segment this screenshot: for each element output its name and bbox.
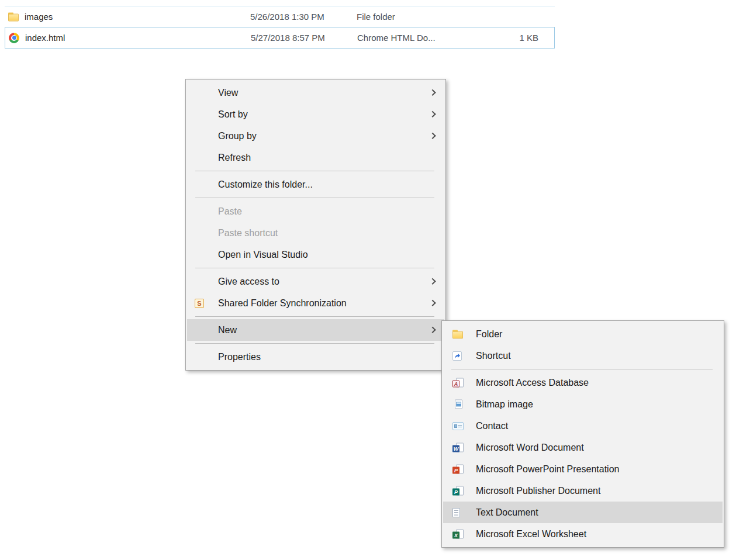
menu-item-label: Paste shortcut: [187, 222, 444, 244]
menu-item-paste-shortcut[interactable]: Paste shortcut: [187, 222, 444, 244]
menu-item-label: Refresh: [187, 147, 444, 168]
menu-separator: [195, 171, 434, 171]
menu-item-microsoft-access-database[interactable]: Microsoft Access Database: [443, 372, 723, 393]
menu-item-microsoft-publisher-document[interactable]: Microsoft Publisher Document: [443, 480, 723, 502]
menu-item-text-document[interactable]: Text Document: [443, 502, 723, 523]
menu-item-label: Bitmap image: [443, 393, 723, 415]
menu-item-label: Open in Visual Studio: [187, 244, 444, 265]
menu-item-label: Contact: [443, 415, 723, 437]
file-date-modified: 5/26/2018 1:30 PM: [250, 6, 324, 27]
chrome-icon: [9, 33, 19, 43]
menu-item-label: Properties: [187, 346, 444, 368]
menu-separator: [195, 198, 434, 198]
menu-item-properties[interactable]: Properties: [187, 346, 444, 368]
menu-item-label: Text Document: [443, 502, 723, 523]
menu-item-label: Give access to: [187, 271, 444, 292]
menu-item-shortcut[interactable]: Shortcut: [443, 345, 723, 367]
file-row-images[interactable]: images5/26/2018 1:30 PMFile folder: [5, 6, 555, 27]
bitmap-icon: [452, 399, 464, 409]
menu-item-label: Paste: [187, 201, 444, 222]
menu-item-paste[interactable]: Paste: [187, 201, 444, 222]
folder-icon: [8, 12, 19, 22]
menu-separator: [195, 343, 434, 344]
menu-item-label: Microsoft Word Document: [443, 437, 723, 458]
excel-icon: [452, 529, 464, 539]
file-size: 1 KB: [421, 27, 538, 48]
file-date-modified: 5/27/2018 8:57 PM: [251, 27, 325, 48]
file-name: index.html: [25, 27, 65, 48]
access-icon: [452, 378, 464, 388]
shared-folder-sync-icon: [195, 299, 204, 308]
menu-item-label: New: [187, 319, 444, 341]
menu-item-contact[interactable]: Contact: [443, 415, 723, 437]
menu-item-label: Folder: [443, 323, 723, 345]
menu-item-group-by[interactable]: Group by: [187, 125, 444, 147]
menu-item-label: View: [187, 82, 444, 103]
menu-separator: [195, 316, 434, 317]
menu-item-label: Microsoft PowerPoint Presentation: [443, 458, 723, 480]
folder-icon: [452, 329, 464, 339]
menu-separator: [451, 369, 713, 369]
context-menu: ViewSort byGroup byRefreshCustomize this…: [185, 79, 446, 371]
menu-item-new[interactable]: New: [187, 319, 444, 341]
powerpoint-icon: [452, 464, 464, 474]
menu-item-label: Sort by: [187, 103, 444, 125]
menu-item-label: Shortcut: [443, 345, 723, 367]
contact-icon: [452, 422, 464, 430]
menu-item-microsoft-word-document[interactable]: Microsoft Word Document: [443, 437, 723, 458]
menu-separator: [195, 268, 434, 268]
menu-item-give-access-to[interactable]: Give access to: [187, 271, 444, 292]
explorer-canvas: images5/26/2018 1:30 PMFile folderindex.…: [0, 0, 736, 560]
menu-item-refresh[interactable]: Refresh: [187, 147, 444, 168]
menu-item-open-in-visual-studio[interactable]: Open in Visual Studio: [187, 244, 444, 265]
menu-item-label: Group by: [187, 125, 444, 147]
shortcut-icon: [452, 351, 462, 361]
menu-item-bitmap-image[interactable]: Bitmap image: [443, 393, 723, 415]
menu-item-folder[interactable]: Folder: [443, 323, 723, 345]
file-row-index-html[interactable]: index.html5/27/2018 8:57 PMChrome HTML D…: [5, 27, 555, 49]
menu-item-microsoft-powerpoint-presentation[interactable]: Microsoft PowerPoint Presentation: [443, 458, 723, 480]
menu-item-customize-this-folder[interactable]: Customize this folder...: [187, 174, 444, 195]
file-list: images5/26/2018 1:30 PMFile folderindex.…: [5, 6, 555, 49]
menu-item-shared-folder-synchronization[interactable]: Shared Folder Synchronization: [187, 292, 444, 314]
menu-item-label: Microsoft Publisher Document: [443, 480, 723, 502]
publisher-icon: [452, 486, 464, 496]
text-document-icon: [452, 508, 460, 517]
menu-item-label: Customize this folder...: [187, 174, 444, 195]
file-name: images: [25, 6, 53, 27]
word-icon: [452, 443, 464, 452]
menu-item-label: Shared Folder Synchronization: [187, 292, 444, 314]
menu-item-microsoft-excel-worksheet[interactable]: Microsoft Excel Worksheet: [443, 523, 723, 545]
menu-item-sort-by[interactable]: Sort by: [187, 103, 444, 125]
menu-item-label: Microsoft Excel Worksheet: [443, 523, 723, 545]
menu-item-view[interactable]: View: [187, 82, 444, 103]
file-type: File folder: [357, 6, 395, 27]
menu-item-label: Microsoft Access Database: [443, 372, 723, 393]
new-submenu: FolderShortcutMicrosoft Access DatabaseB…: [441, 320, 724, 548]
